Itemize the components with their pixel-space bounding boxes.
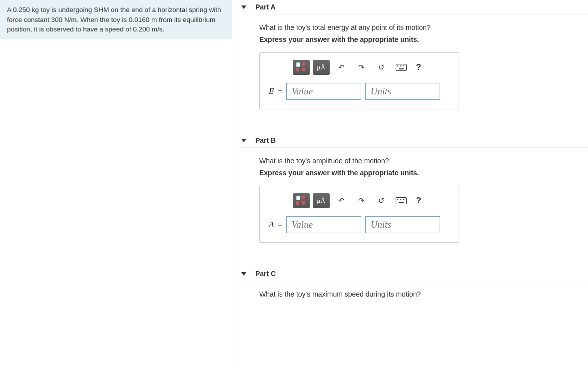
part-a-value-input[interactable] [286,83,361,100]
problem-panel: A 0.250 kg toy is undergoing SHM on the … [0,0,232,368]
part-a-header[interactable]: Part A [241,0,588,14]
redo-button[interactable]: ↷ [353,193,370,208]
answer-panel: Part A What is the toy's total energy at… [232,0,588,368]
part-c-title: Part C [255,270,276,278]
collapse-icon [241,139,246,142]
part-b-body: What is the toy's amplitude of the motio… [241,157,588,243]
part-a: Part A What is the toy's total energy at… [241,0,588,109]
part-b-header[interactable]: Part B [241,133,588,148]
part-c-header[interactable]: Part C [241,267,588,281]
part-a-units-input[interactable] [365,83,440,100]
help-button[interactable]: ? [413,62,425,72]
part-b: Part B What is the toy's amplitude of th… [241,133,588,243]
part-a-question: What is the toy's total energy at any po… [259,23,588,31]
equals-sign: = [278,221,282,229]
part-a-input-row: E = [269,83,450,100]
help-button[interactable]: ? [413,196,425,206]
problem-statement: A 0.250 kg toy is undergoing SHM on the … [0,0,232,39]
part-b-variable: A [269,220,274,230]
part-c-question: What is the toy's maximum speed during i… [259,290,588,298]
keyboard-button[interactable] [393,60,410,75]
part-a-variable: E [269,86,274,96]
part-a-answer-box: μÅ ↶ ↷ ↺ ? E = [259,52,459,109]
collapse-icon [241,5,246,9]
part-a-toolbar: μÅ ↶ ↷ ↺ ? [293,60,450,75]
reset-button[interactable]: ↺ [373,60,390,75]
part-b-instruction: Express your answer with the appropriate… [259,169,588,177]
undo-button[interactable]: ↶ [333,193,350,208]
equals-sign: = [278,87,282,96]
part-b-question: What is the toy's amplitude of the motio… [259,157,588,165]
part-b-value-input[interactable] [286,216,361,233]
reset-button[interactable]: ↺ [373,193,390,208]
collapse-icon [241,272,246,276]
template-button[interactable] [293,193,310,208]
part-a-body: What is the toy's total energy at any po… [241,23,588,109]
keyboard-button[interactable] [393,193,410,208]
part-c: Part C What is the toy's maximum speed d… [241,267,588,298]
part-b-toolbar: μÅ ↶ ↷ ↺ ? [293,193,450,208]
units-button[interactable]: μÅ [313,193,330,208]
redo-button[interactable]: ↷ [353,60,370,75]
keyboard-icon [396,197,407,204]
part-a-title: Part A [255,3,276,11]
template-button[interactable] [293,60,310,75]
undo-button[interactable]: ↶ [333,60,350,75]
part-a-instruction: Express your answer with the appropriate… [259,35,588,43]
part-c-body: What is the toy's maximum speed during i… [241,290,588,298]
units-button[interactable]: μÅ [313,60,330,75]
part-b-input-row: A = [269,216,450,233]
problem-text: A 0.250 kg toy is undergoing SHM on the … [7,6,221,33]
part-b-units-input[interactable] [365,216,440,233]
part-b-answer-box: μÅ ↶ ↷ ↺ ? A = [259,186,459,243]
part-b-title: Part B [255,136,276,144]
keyboard-icon [396,64,407,71]
